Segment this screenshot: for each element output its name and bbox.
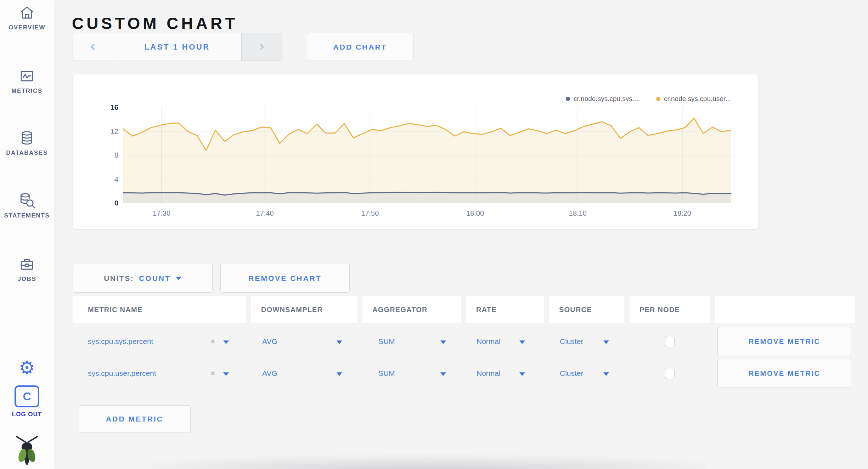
add-metric-button[interactable]: ADD METRIC [79,405,191,433]
sidebar-item-statements[interactable]: STATEMENTS [0,192,54,219]
add-chart-button[interactable]: ADD CHART [307,33,413,61]
remove-chart-button[interactable]: REMOVE CHART [220,264,350,293]
clear-metric-icon[interactable]: × [210,337,215,346]
metric-name-select[interactable]: sys.cpu.sys.percent [88,337,153,346]
units-dropdown[interactable]: UNITS: COUNT [73,264,213,293]
logout-label: LOG OUT [0,411,54,418]
chevron-down-icon[interactable] [337,371,342,377]
logout-button[interactable]: C LOG OUT [0,385,54,418]
legend-dot-sys [566,97,570,101]
chevron-down-icon[interactable] [440,371,446,377]
column-header-actions [715,296,855,323]
per-node-checkbox[interactable] [665,368,675,379]
svg-text:12: 12 [111,128,118,135]
svg-text:4: 4 [114,175,118,183]
chevron-right-icon: › [259,38,264,54]
chevron-down-icon[interactable] [223,339,229,345]
svg-text:18:00: 18:00 [466,209,484,217]
statements-search-icon [0,192,54,209]
clear-metric-icon[interactable]: × [210,369,215,378]
chevron-down-icon[interactable] [337,339,342,345]
source-select[interactable]: Cluster [560,369,584,378]
downsampler-select[interactable]: AVG [262,369,277,378]
sidebar-item-label: DATABASES [0,149,54,157]
sidebar-item-label: METRICS [0,87,54,95]
page-title: CUSTOM CHART [72,14,238,33]
column-header-downsampler: DOWNSAMPLER [251,296,357,323]
svg-text:17:40: 17:40 [256,209,274,217]
cockroachdb-bug-logo [13,462,40,468]
units-value: COUNT [139,274,171,283]
chart-legend: cr.node.sys.cpu.sys.... cr.node.sys.cpu.… [566,95,731,103]
per-node-checkbox[interactable] [665,336,675,347]
brand-logo [0,435,54,468]
time-range-prev-button[interactable]: ‹ [73,33,113,61]
column-header-per-node: PER NODE [630,296,710,323]
metrics-chart-icon [0,68,54,85]
briefcase-icon [0,256,54,273]
column-header-rate: RATE [466,296,544,323]
column-header-aggregator: AGGREGATOR [362,296,461,323]
downsampler-select[interactable]: AVG [262,337,277,346]
chevron-down-icon[interactable] [223,371,229,377]
svg-text:18:10: 18:10 [569,209,587,217]
legend-item-user[interactable]: cr.node.sys.cpu.user... [656,95,731,103]
column-header-metric-name: METRIC NAME [73,296,246,323]
sidebar-item-jobs[interactable]: JOBS [0,256,54,283]
metric-name-select[interactable]: sys.cpu.user.percent [88,369,156,378]
database-icon [0,130,54,147]
rate-select[interactable]: Normal [477,337,501,346]
units-label: UNITS: [104,274,134,283]
legend-item-sys[interactable]: cr.node.sys.cpu.sys.... [566,95,640,103]
sidebar-item-metrics[interactable]: METRICS [0,68,54,95]
chart-card: 17:3017:4017:5018:0018:1018:200481216 cr… [73,74,759,230]
legend-label: cr.node.sys.cpu.user... [664,95,731,103]
sidebar-item-label: STATEMENTS [0,212,54,219]
chevron-down-icon[interactable] [519,339,525,345]
scroll-shadow [152,454,705,469]
sidebar-item-databases[interactable]: DATABASES [0,130,54,157]
metric-row: sys.cpu.sys.percent × AVG SUM Normal Clu… [0,326,868,357]
sidebar-item-overview[interactable]: OVERVIEW [0,4,54,31]
custom-chart-page: OVERVIEW METRICS DATABASES [0,0,868,469]
legend-dot-user [656,97,660,101]
svg-text:16: 16 [111,103,118,111]
svg-text:0: 0 [114,199,118,207]
chevron-left-icon: ‹ [90,38,95,54]
time-range-value[interactable]: LAST 1 HOUR [113,33,242,61]
metric-row: sys.cpu.user.percent × AVG SUM Normal Cl… [0,357,868,389]
time-range-picker: ‹ LAST 1 HOUR › [73,33,282,61]
aggregator-select[interactable]: SUM [378,369,395,378]
home-icon [0,4,54,21]
remove-metric-button[interactable]: REMOVE METRIC [717,327,851,356]
remove-metric-button[interactable]: REMOVE METRIC [717,359,851,388]
column-header-source: SOURCE [549,296,624,323]
svg-text:17:50: 17:50 [361,209,379,217]
svg-text:18:20: 18:20 [673,209,691,217]
source-select[interactable]: Cluster [560,337,584,346]
time-range-next-button[interactable]: › [242,33,282,61]
aggregator-select[interactable]: SUM [378,337,395,346]
chevron-down-icon[interactable] [440,339,446,345]
svg-text:8: 8 [114,151,118,159]
rate-select[interactable]: Normal [477,369,501,378]
legend-label: cr.node.sys.cpu.sys.... [574,95,640,103]
sidebar-item-label: JOBS [0,276,54,283]
sidebar-item-label: OVERVIEW [0,24,54,31]
chevron-down-icon[interactable] [603,339,609,345]
svg-text:17:30: 17:30 [153,209,170,217]
chevron-down-icon[interactable] [603,371,609,377]
sidebar: OVERVIEW METRICS DATABASES [0,0,54,469]
chevron-down-icon [176,277,181,280]
chevron-down-icon[interactable] [519,371,525,377]
